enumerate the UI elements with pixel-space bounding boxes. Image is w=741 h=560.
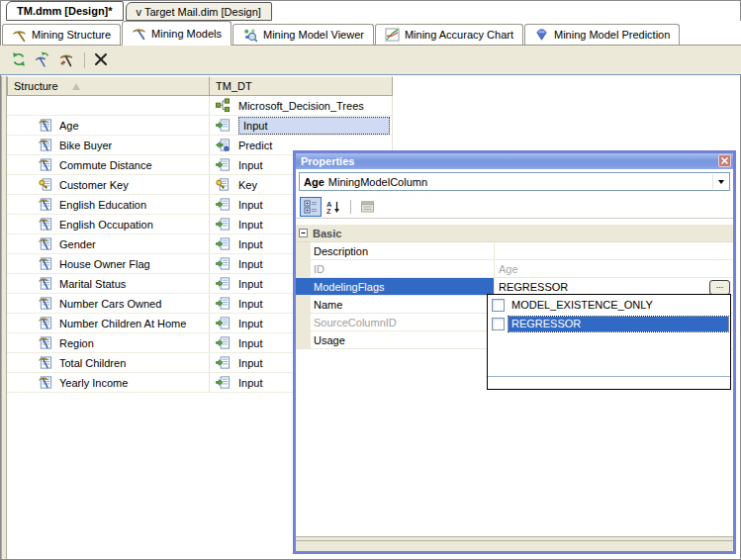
dropdown-item-model_existence_only[interactable]: MODEL_EXISTENCE_ONLY xyxy=(488,296,730,314)
property-row-gutter xyxy=(296,314,311,330)
close-icon[interactable] xyxy=(718,154,731,167)
alphabetical-sort-button[interactable]: AZ xyxy=(323,197,344,217)
dropdown-separator xyxy=(488,376,730,377)
structure-column-name: Total Children xyxy=(59,357,126,369)
column-header-structure[interactable]: Structure xyxy=(7,76,210,96)
structure-cell[interactable]: Gender xyxy=(7,234,210,253)
properties-description-pane xyxy=(296,536,733,551)
structure-column-name: Region xyxy=(59,337,94,349)
usage-value: Input xyxy=(238,219,262,231)
property-value[interactable]: REGRESSOR... xyxy=(495,278,733,295)
mining-model-prediction-icon xyxy=(534,28,549,43)
modeling-flags-dropdown: MODEL_EXISTENCE_ONLYREGRESSOR xyxy=(487,294,731,390)
tab-mining-accuracy-chart[interactable]: Mining Accuracy Chart xyxy=(375,24,523,45)
structure-cell[interactable]: Bike Buyer xyxy=(7,136,210,154)
mining-column-icon xyxy=(38,355,53,370)
usage-value: Input xyxy=(238,337,262,349)
property-row-gutter xyxy=(296,242,311,259)
tab-label: Mining Structure xyxy=(32,29,111,41)
dropdown-item-label: REGRESSOR xyxy=(509,317,728,331)
properties-title-bar[interactable]: Properties xyxy=(296,153,733,169)
tab-label: Mining Model Prediction xyxy=(554,29,670,41)
doc-tab-target-mail[interactable]: v Target Mail.dim [Design] xyxy=(126,2,272,21)
input-column-icon xyxy=(215,236,231,251)
mining-column-icon xyxy=(38,296,53,311)
usage-value: Input xyxy=(238,258,262,270)
structure-cell[interactable]: Number Children At Home xyxy=(7,314,210,332)
mining-column-icon xyxy=(38,375,53,390)
process-model-button[interactable] xyxy=(32,49,53,71)
property-row-description[interactable]: Description xyxy=(296,242,733,260)
column-header-label: TM_DT xyxy=(216,80,252,92)
usage-value: Input xyxy=(243,120,267,132)
ellipsis-button[interactable]: ... xyxy=(709,280,730,295)
dropdown-item-regressor[interactable]: REGRESSOR xyxy=(488,315,730,332)
structure-cell[interactable]: Commute Distance xyxy=(7,155,210,174)
process-mining-structure-button[interactable] xyxy=(8,49,30,71)
object-selector-combobox[interactable]: Age MiningModelColumn xyxy=(299,172,730,191)
input-column-icon xyxy=(215,157,231,172)
usage-value: Input xyxy=(238,357,262,369)
property-label: SourceColumnID xyxy=(311,314,495,330)
property-label: Usage xyxy=(311,331,495,348)
property-label: ID xyxy=(311,260,495,277)
tab-label: Mining Models xyxy=(151,28,222,40)
column-header-tm-dt[interactable]: TM_DT xyxy=(210,76,393,96)
property-pages-button[interactable] xyxy=(356,197,378,217)
tab-label: Mining Accuracy Chart xyxy=(405,29,513,41)
checkbox[interactable] xyxy=(492,318,505,330)
structure-cell[interactable]: House Owner Flag xyxy=(7,254,210,273)
structure-cell[interactable]: Number Cars Owned xyxy=(7,294,210,313)
structure-cell[interactable]: Region xyxy=(7,333,210,352)
structure-column-name: Number Cars Owned xyxy=(59,298,161,310)
structure-column-name: Age xyxy=(59,120,79,132)
delete-x-icon xyxy=(93,51,109,69)
property-value[interactable]: Age xyxy=(495,260,733,277)
structure-cell[interactable]: Marital Status xyxy=(7,274,210,293)
property-value[interactable] xyxy=(495,242,733,259)
chevron-down-icon[interactable] xyxy=(712,174,728,189)
categorized-button[interactable] xyxy=(300,197,322,217)
sort-ascending-icon xyxy=(72,83,80,90)
mining-column-icon xyxy=(38,138,53,152)
selected-object-type: MiningModelColumn xyxy=(328,176,427,188)
toolbar-separator xyxy=(84,52,85,68)
structure-cell[interactable] xyxy=(7,96,210,115)
property-row-gutter xyxy=(296,331,311,348)
input-column-icon xyxy=(215,276,231,291)
input-column-icon xyxy=(215,335,231,350)
structure-cell[interactable]: Customer Key xyxy=(7,175,210,194)
property-row-id[interactable]: IDAge xyxy=(296,260,733,278)
tab-mining-structure[interactable]: Mining Structure xyxy=(2,24,121,45)
tab-mining-models[interactable]: Mining Models xyxy=(122,21,232,46)
structure-cell[interactable]: English Occupation xyxy=(7,215,210,233)
mining-accuracy-chart-icon xyxy=(385,28,400,43)
create-related-model-button[interactable] xyxy=(55,49,77,71)
structure-cell[interactable]: English Education xyxy=(7,195,210,214)
input-column-icon xyxy=(215,375,231,390)
delete-button[interactable] xyxy=(90,49,112,71)
usage-cell[interactable]: Input xyxy=(210,116,393,135)
structure-column-name: Customer Key xyxy=(59,179,129,191)
structure-column-name: Marital Status xyxy=(59,278,126,290)
input-column-icon xyxy=(215,355,231,370)
property-value-text: REGRESSOR xyxy=(499,281,568,293)
pickaxe-refresh-icon xyxy=(35,51,50,69)
tab-mining-model-viewer[interactable]: Mining Model Viewer xyxy=(232,24,374,45)
category-row-basic[interactable]: Basic xyxy=(296,225,733,242)
structure-cell[interactable]: Age xyxy=(7,116,210,135)
tab-mining-model-prediction[interactable]: Mining Model Prediction xyxy=(524,24,680,45)
input-column-icon xyxy=(215,197,231,212)
collapse-minus-icon[interactable] xyxy=(299,229,308,237)
structure-cell[interactable]: Total Children xyxy=(7,353,210,372)
selected-usage-value[interactable]: Input xyxy=(238,117,390,135)
selected-object-name: Age xyxy=(304,176,324,188)
usage-cell[interactable]: Microsoft_Decision_Trees xyxy=(210,96,393,115)
checkbox[interactable] xyxy=(492,299,505,312)
usage-value: Input xyxy=(238,298,262,310)
doc-tab-tm-dmm[interactable]: TM.dmm [Design]* xyxy=(6,1,124,21)
mining-column-icon xyxy=(38,335,53,350)
structure-cell[interactable]: Yearly Income xyxy=(7,373,210,392)
table-row: AgeInput xyxy=(7,116,393,136)
property-row-gutter xyxy=(296,260,311,277)
